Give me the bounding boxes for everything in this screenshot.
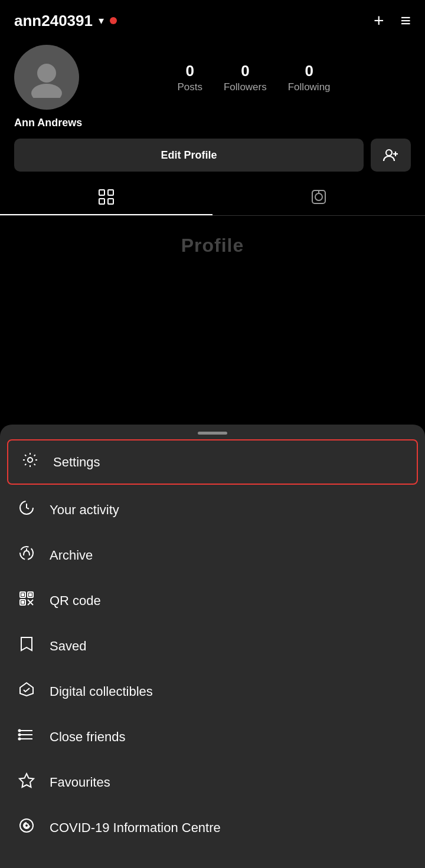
archive-label: Archive [50, 548, 93, 563]
digital-collectibles-icon [17, 680, 37, 702]
svg-rect-8 [108, 199, 113, 204]
following-stat[interactable]: 0 Following [288, 62, 331, 93]
svg-point-1 [31, 84, 62, 98]
svg-rect-20 [30, 594, 31, 596]
chevron-down-icon[interactable]: ▾ [99, 14, 104, 27]
svg-point-28 [19, 730, 21, 732]
tagged-icon [310, 188, 328, 206]
menu-item-favourites[interactable]: Favourites [0, 760, 425, 805]
covid-label: COVID-19 Information Centre [50, 820, 221, 836]
svg-marker-24 [20, 683, 33, 696]
svg-rect-6 [108, 190, 113, 195]
svg-marker-31 [19, 774, 34, 787]
followers-count: 0 [241, 62, 249, 80]
edit-profile-row: Edit Profile [14, 139, 411, 179]
profile-info-row: 0 Posts 0 Followers 0 Following [14, 45, 411, 110]
grid-icon [97, 188, 115, 206]
menu-item-covid[interactable]: COVID-19 Information Centre [0, 805, 425, 850]
profile-name: Ann Andrews [14, 117, 411, 129]
qr-code-icon [17, 590, 37, 611]
sheet-handle [198, 432, 227, 435]
svg-point-32 [20, 819, 33, 832]
svg-rect-19 [22, 594, 24, 596]
top-nav-left: ann240391 ▾ [14, 12, 117, 30]
svg-point-2 [386, 150, 392, 156]
edit-profile-button[interactable]: Edit Profile [14, 139, 364, 172]
stats-row: 0 Posts 0 Followers 0 Following [97, 62, 411, 93]
your-activity-label: Your activity [50, 502, 119, 518]
menu-item-close-friends[interactable]: Close friends [0, 714, 425, 760]
following-label: Following [288, 81, 331, 93]
add-post-icon[interactable]: + [374, 11, 384, 31]
top-nav-right: + ≡ [374, 11, 411, 31]
profile-ghost-text: Profile [181, 235, 244, 257]
online-dot [110, 17, 117, 24]
svg-point-30 [19, 738, 21, 740]
menu-item-saved[interactable]: Saved [0, 623, 425, 669]
avatar-image [26, 57, 67, 98]
close-friends-icon [17, 726, 37, 748]
following-count: 0 [305, 62, 313, 80]
settings-label: Settings [53, 455, 100, 470]
digital-collectibles-label: Digital collectibles [50, 684, 153, 699]
qr-code-label: QR code [50, 593, 101, 609]
favourites-label: Favourites [50, 775, 110, 790]
svg-point-33 [25, 824, 28, 827]
bottom-sheet: Settings Your activity Archive [0, 425, 425, 868]
add-person-icon [382, 147, 399, 163]
svg-point-0 [37, 64, 56, 83]
empty-content-area: Profile [0, 216, 425, 275]
settings-icon [20, 451, 40, 473]
svg-rect-7 [99, 199, 104, 204]
avatar[interactable] [14, 45, 79, 110]
posts-stat[interactable]: 0 Posts [177, 62, 202, 93]
svg-rect-21 [22, 601, 24, 603]
tab-grid[interactable] [0, 179, 212, 215]
close-friends-label: Close friends [50, 729, 125, 745]
followers-label: Followers [224, 81, 267, 93]
favourites-icon [17, 771, 37, 793]
add-person-button[interactable] [371, 139, 411, 172]
menu-item-settings[interactable]: Settings [7, 439, 418, 485]
menu-item-digital-collectibles[interactable]: Digital collectibles [0, 669, 425, 714]
svg-rect-5 [99, 190, 104, 195]
tab-tagged[interactable] [212, 179, 425, 215]
menu-item-your-activity[interactable]: Your activity [0, 487, 425, 532]
covid-icon [17, 817, 37, 839]
hamburger-menu-icon[interactable]: ≡ [400, 11, 411, 31]
posts-count: 0 [185, 62, 194, 80]
your-activity-icon [17, 499, 37, 521]
top-nav: ann240391 ▾ + ≡ [0, 0, 425, 37]
username[interactable]: ann240391 [14, 12, 93, 30]
saved-icon [17, 635, 37, 657]
posts-label: Posts [177, 81, 202, 93]
svg-point-29 [19, 734, 21, 736]
followers-stat[interactable]: 0 Followers [224, 62, 267, 93]
menu-item-archive[interactable]: Archive [0, 532, 425, 578]
tabs-row [0, 179, 425, 216]
archive-icon [17, 544, 37, 566]
saved-label: Saved [50, 639, 86, 654]
profile-section: 0 Posts 0 Followers 0 Following Ann Andr… [0, 37, 425, 179]
menu-item-qr-code[interactable]: QR code [0, 578, 425, 623]
svg-point-12 [28, 458, 32, 462]
svg-point-10 [315, 193, 322, 200]
